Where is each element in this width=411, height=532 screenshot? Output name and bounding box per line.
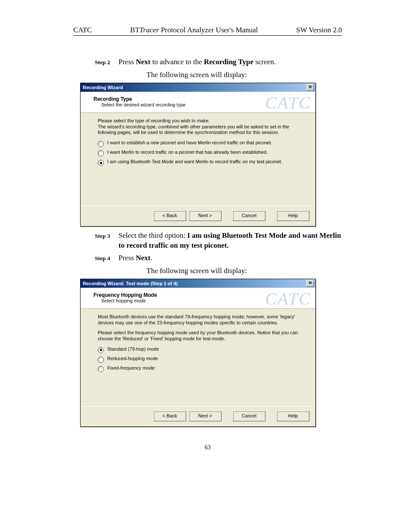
close-icon[interactable]: ✕ [306,280,314,287]
radio-option-existing-piconet[interactable]: I want Merlin to record traffic on a pic… [98,149,307,156]
radio-icon[interactable] [98,141,104,147]
step-body: Press Next to advance to the Recording T… [118,57,276,67]
radio-option-standard-hop[interactable]: Standard (79-hop) mode [98,346,307,353]
caption-1: The following screen will display: [146,71,342,79]
test-mode-wizard-dialog: Recording Wizard: Test mode (Step 1 of 4… [80,279,316,427]
titlebar-title: Recording Wizard [83,85,306,90]
next-button[interactable]: Next > [189,211,221,221]
radio-label: Standard (79-hop) mode [107,346,159,352]
dialog-body: Please select the type of recording you … [81,113,315,206]
dialog-paragraph: Please select the frequency hopping mode… [98,330,307,342]
radio-option-reduced-hop[interactable]: Reduced-hopping mode [98,356,307,363]
header-center: BTTracer Protocol Analyzer User's Manual [92,26,296,34]
header-left: CATC [73,26,92,34]
titlebar-title: Recording Wizard: Test mode (Step 1 of 4… [83,281,306,286]
dialog-header: CATC Recording Type Select the desired w… [81,92,315,113]
step-body: Select the third option: I am using Blue… [118,231,342,251]
close-icon[interactable]: ✕ [306,84,314,91]
dialog-footer: < Back Next > Cancel Help [81,206,315,226]
radio-icon[interactable] [98,347,104,353]
page-header: CATC BTTracer Protocol Analyzer User's M… [73,26,342,34]
step-2: Step 2 Press Next to advance to the Reco… [95,57,342,67]
step-4: Step 4 Press Next. [95,253,342,263]
dialog-paragraph: Please select the type of recording you … [98,118,307,136]
back-button[interactable]: < Back [153,411,186,421]
dialog-header-sub: Select hopping mode [101,298,307,303]
radio-icon[interactable] [98,160,104,166]
step-body: Press Next. [118,253,152,263]
header-rule [73,35,342,36]
step-label: Step 3 [95,233,118,240]
dialog-header-sub: Select the desired wizard recording type [101,102,307,107]
next-button[interactable]: Next > [189,411,221,421]
radio-icon[interactable] [98,150,104,156]
radio-option-fixed-freq[interactable]: Fixed-frequency mode: [98,365,307,372]
titlebar: Recording Wizard: Test mode (Step 1 of 4… [81,279,315,288]
radio-label: I want Merlin to record traffic on a pic… [107,149,268,156]
radio-option-test-mode[interactable]: I am using Bluetooth Test Mode and want … [98,159,307,166]
dialog-header: CATC Frequency Hopping Mode Select hoppi… [81,288,315,309]
help-button[interactable]: Help [277,411,309,421]
cancel-button[interactable]: Cancel [233,211,265,221]
radio-label: I want to establish a new piconet and ha… [107,140,272,146]
radio-icon[interactable] [98,366,104,372]
dialog-footer: < Back Next > Cancel Help [81,406,315,426]
cancel-button[interactable]: Cancel [233,411,265,421]
step-label: Step 2 [95,59,118,66]
step-label: Step 4 [95,255,118,262]
radio-label: Reduced-hopping mode [107,356,158,362]
back-button[interactable]: < Back [153,211,186,221]
dialog-body: Most Bluetooth devices use the standard … [81,309,315,406]
recording-wizard-dialog: Recording Wizard ✕ CATC Recording Type S… [80,83,316,227]
header-right: SW Version 2.0 [296,26,342,34]
dialog-header-title: Recording Type [93,96,307,102]
dialog-paragraph: Most Bluetooth devices use the standard … [98,314,307,326]
titlebar: Recording Wizard ✕ [81,83,315,92]
radio-icon[interactable] [98,357,104,363]
page-number: 63 [73,444,342,451]
step-3: Step 3 Select the third option: I am usi… [95,231,342,251]
radio-label: Fixed-frequency mode: [107,365,156,371]
dialog-header-title: Frequency Hopping Mode [93,292,307,298]
help-button[interactable]: Help [277,211,309,221]
radio-option-new-piconet[interactable]: I want to establish a new piconet and ha… [98,140,307,147]
caption-2: The following screen will display: [146,267,342,275]
radio-label: I am using Bluetooth Test Mode and want … [107,159,282,165]
